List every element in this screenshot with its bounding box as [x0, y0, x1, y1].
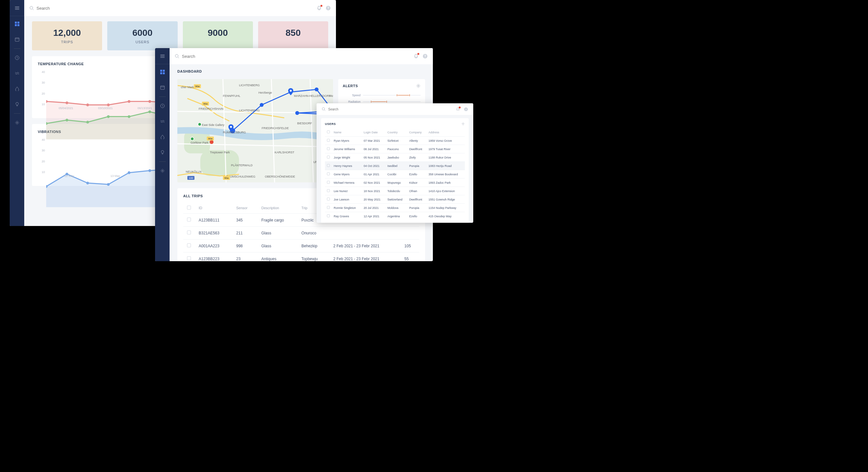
cell-desc: Antiques	[257, 252, 298, 262]
stat-value: 6000	[114, 28, 171, 38]
menu-toggle[interactable]	[10, 0, 24, 16]
table-row[interactable]: Ryan Myers07 Mar 2021SizfetcetAllenty195…	[325, 137, 465, 145]
checkbox-all[interactable]	[327, 130, 330, 133]
nav-waves[interactable]	[155, 114, 169, 129]
cell-country: Sizfetcet	[385, 137, 407, 145]
help-button[interactable]: ?	[423, 54, 428, 59]
svg-point-66	[260, 103, 264, 107]
row-checkbox[interactable]	[327, 181, 330, 184]
svg-point-26	[86, 121, 89, 124]
svg-rect-4	[15, 38, 19, 41]
column-header[interactable]: Address	[426, 128, 465, 137]
svg-rect-3	[18, 24, 20, 26]
notification-dot	[320, 5, 322, 7]
sidebar	[155, 48, 169, 261]
row-checkbox[interactable]	[327, 189, 330, 192]
row-checkbox[interactable]	[327, 206, 330, 209]
row-checkbox[interactable]	[187, 231, 191, 234]
row-checkbox[interactable]	[327, 214, 330, 217]
cell-company: Allenty	[407, 137, 427, 145]
notifications-button[interactable]	[413, 54, 418, 59]
svg-point-109	[463, 123, 464, 124]
column-header[interactable]: Country	[385, 128, 407, 137]
nav-calendar[interactable]	[10, 32, 24, 47]
cell-sensor: 345	[232, 214, 257, 227]
search-box[interactable]	[175, 54, 246, 59]
column-header[interactable]: Description	[257, 202, 298, 214]
gear-icon[interactable]	[461, 122, 465, 126]
column-header[interactable]: Sensor	[232, 202, 257, 214]
nav-lightbulb[interactable]	[10, 97, 24, 112]
cell-name: Michael Herrera	[332, 178, 362, 187]
row-checkbox[interactable]	[327, 164, 330, 167]
cell-company: Kidsor	[407, 178, 427, 187]
column-header[interactable]: Company	[407, 128, 427, 137]
table-row[interactable]: Michael Herrera02 Nov 2021WupuregoKidsor…	[325, 178, 465, 187]
cell-company: Puropia	[407, 162, 427, 170]
row-checkbox[interactable]	[327, 198, 330, 201]
cell-address: 415 Owodep Way	[426, 212, 465, 221]
table-row[interactable]: Lee Nunez18 Nov 2021TobdezduOfnan1410 Aj…	[325, 187, 465, 195]
search-input[interactable]	[36, 6, 101, 11]
map[interactable]: cher Markt LICHTENBERG Herzberge MARZAHN…	[177, 79, 333, 182]
svg-text:Herzberge: Herzberge	[258, 91, 272, 94]
table-row[interactable]: Jerome Williams06 Jul 2021PaoconoDwellfr…	[325, 145, 465, 154]
cell-date: 20 May 2021	[362, 195, 386, 204]
checkbox-all[interactable]	[187, 206, 191, 209]
search-box[interactable]	[322, 107, 393, 111]
row-checkbox[interactable]	[327, 156, 330, 159]
help-button[interactable]: ?	[326, 5, 331, 11]
cell-id: A123BB223	[195, 252, 232, 262]
table-row[interactable]: Henry Haynes04 Oct 2021IsedibelPuropia10…	[325, 162, 465, 170]
nav-settings[interactable]	[10, 115, 24, 130]
table-row[interactable]: Jorge Wright05 Nov 2021JawbuboZivily1188…	[325, 154, 465, 162]
menu-toggle[interactable]	[155, 48, 169, 64]
cell-company: Dwellfront	[407, 195, 427, 204]
nav-settings[interactable]	[155, 163, 169, 178]
svg-text:BIESDORF: BIESDORF	[297, 122, 312, 125]
stat-card-users: 6000USERS	[107, 21, 177, 50]
nav-clock[interactable]	[10, 50, 24, 66]
table-row[interactable]: A001AA223998GlassBehezkip2 Feb 2021 - 23…	[183, 240, 419, 252]
column-header[interactable]: Login Date	[362, 128, 386, 137]
stat-label: TRIPS	[38, 40, 96, 44]
nav-clock[interactable]	[155, 98, 169, 114]
search-input[interactable]	[182, 54, 246, 59]
stat-card-4: 850	[258, 21, 328, 50]
table-row[interactable]: B321AE563211GlassOnuroco	[183, 227, 419, 240]
cell-country: Moldova	[385, 204, 407, 212]
table-row[interactable]: Ray Graves12 Apr 2021ArgentinaEzello415 …	[325, 212, 465, 221]
table-row[interactable]: Joe Lawson20 May 2021SwitzerlandDwellfro…	[325, 195, 465, 204]
nav-dashboard[interactable]	[155, 64, 169, 80]
row-checkbox[interactable]	[187, 217, 191, 222]
row-checkbox[interactable]	[327, 172, 330, 175]
row-checkbox[interactable]	[327, 139, 330, 142]
search-input[interactable]	[328, 107, 393, 111]
cell-sensor: 23	[232, 252, 257, 262]
nav-lightbulb[interactable]	[155, 145, 169, 160]
column-header[interactable]: ID	[195, 202, 232, 214]
table-row[interactable]: Gene Myers01 Apr 2021CocitbiEzello358 Um…	[325, 170, 465, 178]
column-header[interactable]: Name	[332, 128, 362, 137]
table-row[interactable]: A123BB22323AntiquesTopbewju2 Feb 2021 - …	[183, 252, 419, 262]
nav-dashboard[interactable]	[10, 16, 24, 32]
svg-text:FENNPFUHL: FENNPFUHL	[223, 94, 240, 98]
svg-point-41	[107, 183, 110, 186]
row-checkbox[interactable]	[187, 243, 191, 247]
svg-point-6	[17, 122, 18, 123]
row-checkbox[interactable]	[327, 147, 330, 150]
search-box[interactable]	[29, 6, 101, 11]
nav-droplet[interactable]	[10, 81, 24, 97]
notifications-button[interactable]	[317, 5, 322, 11]
nav-calendar[interactable]	[155, 80, 169, 95]
nav-waves[interactable]	[10, 66, 24, 81]
row-checkbox[interactable]	[187, 256, 191, 260]
gear-icon[interactable]	[416, 83, 421, 88]
svg-point-106	[322, 107, 324, 110]
cell-num: 55	[401, 252, 419, 262]
help-button[interactable]: ?	[464, 107, 468, 111]
table-row[interactable]: Ronnie Singleton20 Jul 2021MoldovaPuropi…	[325, 204, 465, 212]
svg-point-28	[128, 115, 130, 118]
notifications-button[interactable]	[456, 107, 460, 111]
nav-droplet[interactable]	[155, 129, 169, 145]
